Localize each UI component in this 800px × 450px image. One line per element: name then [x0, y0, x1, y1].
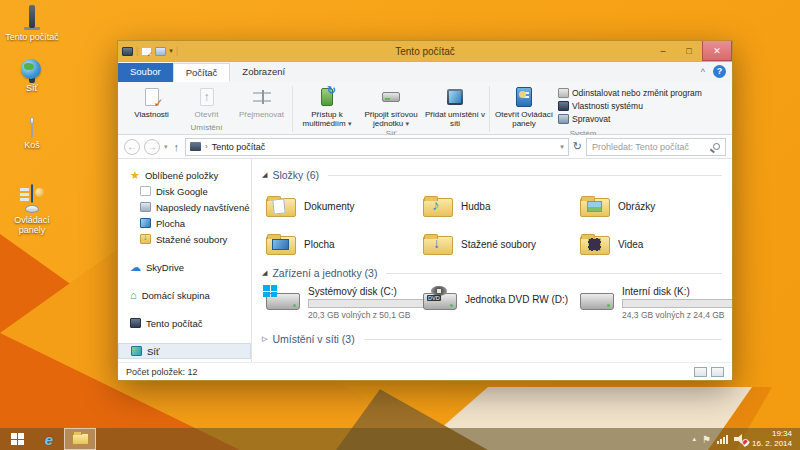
ribbon-group-network: Přístup k multimédiím ▾ Připojit síťovou… [294, 84, 488, 134]
collapse-section-icon[interactable]: ◢ [262, 171, 267, 179]
start-button[interactable] [0, 428, 34, 450]
sidebar-item-google-drive[interactable]: Disk Google [118, 183, 251, 199]
folder-tile-documents[interactable]: Dokumenty [266, 187, 423, 225]
desktop-icon-label: Ovládací panely [0, 215, 64, 236]
drive-tile-c[interactable]: Systémový disk (C:) 20,3 GB volných z 50… [266, 285, 423, 329]
rename-button[interactable]: Přejmenovat [234, 84, 289, 119]
folder-tile-downloads[interactable]: ↓ Stažené soubory [423, 225, 580, 263]
refresh-icon[interactable]: ↻ [573, 140, 582, 153]
network-signal-icon[interactable] [717, 435, 728, 444]
ribbon-group-location: ✓ Vlastnosti ↑ Otevřít Přejmenovat Umíst… [122, 84, 291, 134]
this-pc-icon [130, 318, 141, 328]
sidebar-item-homegroup[interactable]: ⌂ Domácí skupina [118, 287, 251, 303]
videos-folder-icon [580, 233, 610, 255]
qat-dropdown-icon[interactable]: ▾ [169, 47, 173, 55]
history-dropdown-icon[interactable]: ▾ [164, 143, 168, 151]
sidebar-item-this-pc[interactable]: Tento počítač [118, 315, 251, 331]
titlebar[interactable]: | ▾ | Tento počítač – □ ✕ [118, 41, 732, 61]
media-access-icon [316, 86, 338, 108]
map-network-drive-button[interactable]: Připojit síťovou jednotku ▾ [358, 84, 424, 128]
status-bar: Počet položek: 12 [118, 362, 732, 380]
explorer-window: | ▾ | Tento počítač – □ ✕ Soubor Počítač… [117, 40, 733, 381]
windows-logo-icon [11, 433, 24, 445]
rename-icon [251, 86, 273, 108]
tab-file[interactable]: Soubor [118, 63, 173, 82]
open-button[interactable]: ↑ Otevřít [179, 84, 234, 119]
section-header-folders[interactable]: ◢ Složky (6) [262, 169, 722, 181]
desktop-icon-recycle-bin[interactable]: Koš [0, 120, 64, 150]
network-drive-icon [380, 86, 402, 108]
collapse-ribbon-icon[interactable]: ^ [701, 67, 705, 77]
clock-time: 19:34 [752, 429, 792, 439]
sidebar-item-downloads[interactable]: Stažené soubory [118, 231, 251, 247]
google-drive-icon [140, 186, 151, 196]
qat-properties-icon[interactable] [141, 47, 152, 56]
taskbar-ie-button[interactable]: e [34, 428, 64, 450]
sidebar-item-network[interactable]: Síť [118, 343, 251, 359]
separator: | [176, 46, 178, 56]
search-input[interactable]: Prohledat: Tento počítač [586, 138, 726, 156]
properties-icon: ✓ [141, 86, 163, 108]
folder-tile-pictures[interactable]: Obrázky [580, 187, 732, 225]
desktop-icon-network[interactable]: Síť [0, 63, 64, 93]
recycle-bin-icon [31, 120, 33, 138]
properties-button[interactable]: ✓ Vlastnosti [124, 84, 179, 119]
open-control-panel-button[interactable]: Otevřít Ovládací panely [493, 84, 555, 128]
items-count: Počet položek: 12 [126, 367, 198, 377]
collapse-section-icon[interactable]: ◢ [262, 269, 267, 277]
folder-tile-music[interactable]: ♪ Hudba [423, 187, 580, 225]
tab-view[interactable]: Zobrazení [230, 63, 297, 82]
manage-button[interactable]: Spravovat [555, 113, 705, 125]
volume-muted-icon[interactable] [734, 434, 746, 444]
network-icon [131, 346, 142, 356]
drive-tile-k[interactable]: Interní disk (K:) 24,3 GB volných z 24,4… [580, 285, 732, 329]
folder-tile-videos[interactable]: Videa [580, 225, 732, 263]
taskbar-clock[interactable]: 19:34 16. 2. 2014 [752, 429, 792, 449]
thumbnails-view-icon[interactable] [711, 367, 724, 377]
file-list: ◢ Složky (6) Dokumenty ♪ Hudba O [252, 159, 732, 362]
desktop-icon-label: Tento počítač [0, 32, 64, 42]
taskbar-explorer-button[interactable] [64, 428, 96, 450]
dvd-drive-icon: DVD [423, 289, 457, 310]
divider [386, 273, 722, 274]
up-button[interactable]: ↑ [172, 141, 182, 153]
sidebar-item-desktop[interactable]: Plocha [118, 215, 251, 231]
action-center-flag-icon[interactable]: ⚑ [702, 434, 711, 445]
breadcrumb-location[interactable]: Tento počítač [212, 142, 266, 152]
sidebar-item-favorites[interactable]: ★ Oblíbené položky [118, 167, 251, 183]
quick-access-toolbar: | ▾ | [122, 46, 178, 56]
details-view-icon[interactable] [694, 367, 707, 377]
show-hidden-icons[interactable]: ▴ [692, 435, 696, 443]
desktop-icon-control-panel[interactable]: Ovládací panely [0, 185, 64, 236]
minimize-button[interactable]: – [650, 41, 676, 61]
media-access-button[interactable]: Přístup k multimédiím ▾ [296, 84, 358, 128]
desktop-icon-this-pc[interactable]: Tento počítač [0, 8, 64, 42]
close-button[interactable]: ✕ [702, 41, 732, 61]
system-small-buttons: Odinstalovat nebo změnit program Vlastno… [555, 84, 705, 125]
qat-new-folder-icon[interactable] [155, 47, 166, 56]
desktop-folder-icon [266, 233, 296, 255]
system-properties-button[interactable]: Vlastnosti systému [555, 100, 705, 112]
control-panel-icon [513, 86, 535, 108]
add-network-location-button[interactable]: Přidat umístění v síti [424, 84, 486, 128]
drive-tile-dvd[interactable]: DVD Jednotka DVD RW (D:) [423, 285, 580, 329]
section-header-network-locations[interactable]: ▷ Umístění v síti (3) [262, 333, 722, 345]
breadcrumb-dropdown-icon[interactable]: ▾ [560, 143, 564, 151]
star-icon: ★ [130, 170, 140, 180]
forward-button[interactable]: → [144, 139, 160, 155]
dropdown-arrow-icon: ▾ [405, 120, 409, 127]
uninstall-program-button[interactable]: Odinstalovat nebo změnit program [555, 87, 705, 99]
breadcrumb[interactable]: › Tento počítač ▾ [185, 138, 569, 156]
uninstall-icon [558, 88, 569, 98]
folder-tile-desktop[interactable]: Plocha [266, 225, 423, 263]
help-icon[interactable]: ? [713, 65, 726, 78]
back-button[interactable]: ← [124, 139, 140, 155]
tab-computer[interactable]: Počítač [173, 63, 231, 82]
maximize-button[interactable]: □ [676, 41, 702, 61]
sidebar-item-skydrive[interactable]: ☁ SkyDrive [118, 259, 251, 275]
sidebar-item-recent-places[interactable]: Naposledy navštívené [118, 199, 251, 215]
system-menu-icon[interactable] [122, 47, 133, 56]
section-header-drives[interactable]: ◢ Zařízení a jednotky (3) [262, 267, 722, 279]
control-panel-icon [25, 185, 39, 213]
expand-section-icon[interactable]: ▷ [262, 335, 267, 343]
